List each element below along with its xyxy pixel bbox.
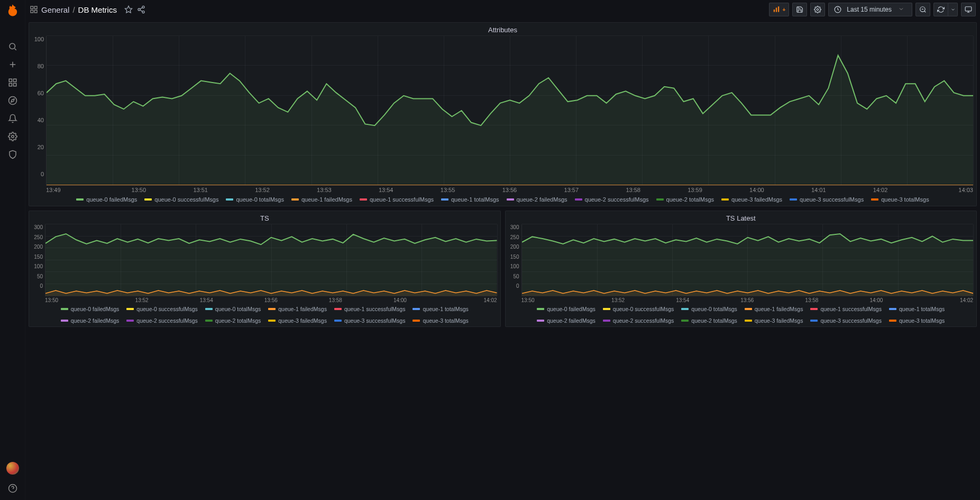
x-tick: 13:55	[417, 187, 479, 193]
breadcrumb-folder[interactable]: General	[41, 5, 69, 14]
legend-item[interactable]: queue-3 totalMsgs	[889, 317, 945, 324]
legend-label: queue-3 successfulMsgs	[820, 317, 882, 324]
alerting-icon[interactable]	[4, 110, 21, 127]
legend-item[interactable]: queue-2 totalMsgs	[205, 317, 261, 324]
legend-label: queue-0 successfulMsgs	[613, 306, 674, 312]
chart-plot[interactable]	[46, 36, 973, 186]
legend-item[interactable]: queue-2 successfulMsgs	[575, 196, 649, 203]
panel-ts[interactable]: TS 300250200150100500 13:5013:5213:5413:…	[29, 211, 501, 327]
legend-swatch	[656, 198, 664, 201]
y-tick: 100	[510, 263, 519, 269]
chart-plot[interactable]	[521, 224, 974, 296]
legend-swatch	[810, 308, 818, 310]
legend-item[interactable]: queue-3 successfulMsgs	[810, 317, 882, 324]
legend-swatch	[334, 308, 342, 310]
y-tick: 100	[34, 36, 44, 42]
legend-item[interactable]: queue-0 totalMsgs	[681, 306, 737, 312]
x-tick: 14:01	[787, 187, 849, 193]
legend-item[interactable]: queue-0 totalMsgs	[205, 306, 261, 312]
legend-item[interactable]: queue-0 failedMsgs	[76, 196, 137, 203]
legend-item[interactable]: queue-1 successfulMsgs	[334, 306, 406, 312]
legend-item[interactable]: queue-2 successfulMsgs	[126, 317, 198, 324]
legend-item[interactable]: queue-0 successfulMsgs	[144, 196, 218, 203]
legend-item[interactable]: queue-3 totalMsgs	[413, 317, 468, 324]
legend-label: queue-3 failedMsgs	[755, 317, 803, 324]
grafana-logo-icon[interactable]	[5, 3, 20, 18]
chart-legend: queue-0 failedMsgsqueue-0 successfulMsgs…	[506, 304, 977, 326]
y-tick: 60	[38, 90, 44, 96]
search-icon[interactable]	[4, 38, 21, 55]
time-range-label: Last 15 minutes	[847, 6, 892, 13]
legend-item[interactable]: queue-1 successfulMsgs	[810, 306, 882, 312]
x-tick: 13:51	[170, 187, 232, 193]
y-tick: 200	[510, 244, 519, 250]
refresh-interval-dropdown[interactable]	[948, 3, 958, 16]
legend-item[interactable]: queue-1 successfulMsgs	[360, 196, 434, 203]
legend-item[interactable]: queue-1 failedMsgs	[745, 306, 803, 312]
help-icon[interactable]	[4, 480, 21, 497]
svg-rect-10	[31, 10, 33, 13]
refresh-button[interactable]	[933, 3, 948, 16]
x-tick: 13:56	[239, 297, 303, 303]
breadcrumb-title[interactable]: DB Metrics	[78, 5, 117, 14]
legend-swatch	[441, 198, 448, 201]
legend-item[interactable]: queue-2 failedMsgs	[507, 196, 567, 203]
legend-label: queue-1 failedMsgs	[301, 196, 352, 203]
server-admin-icon[interactable]	[4, 146, 21, 163]
legend-item[interactable]: queue-2 totalMsgs	[681, 317, 737, 324]
user-avatar[interactable]	[6, 462, 19, 475]
x-axis: 13:4913:5013:5113:5213:5313:5413:5513:56…	[29, 186, 976, 194]
legend-label: queue-0 totalMsgs	[691, 306, 737, 312]
legend-label: queue-3 totalMsgs	[899, 317, 945, 324]
svg-point-6	[11, 135, 14, 138]
legend-item[interactable]: queue-3 totalMsgs	[871, 196, 929, 203]
configuration-icon[interactable]	[4, 128, 21, 145]
legend-swatch	[334, 320, 342, 322]
y-tick: 50	[37, 274, 43, 279]
legend-item[interactable]: queue-1 totalMsgs	[413, 306, 468, 312]
legend-item[interactable]: queue-3 failedMsgs	[745, 317, 803, 324]
explore-icon[interactable]	[4, 92, 21, 109]
y-tick: 300	[34, 224, 43, 230]
legend-item[interactable]: queue-1 totalMsgs	[441, 196, 499, 203]
legend-swatch	[226, 198, 233, 201]
svg-rect-4	[13, 84, 16, 86]
time-range-picker[interactable]: Last 15 minutes	[828, 3, 912, 16]
panel-ts-latest[interactable]: TS Latest 300250200150100500 13:5013:521…	[505, 211, 977, 327]
share-icon[interactable]	[137, 5, 145, 14]
legend-item[interactable]: queue-3 successfulMsgs	[334, 317, 406, 324]
legend-item[interactable]: queue-2 successfulMsgs	[603, 317, 674, 324]
legend-item[interactable]: queue-3 failedMsgs	[268, 317, 327, 324]
legend-item[interactable]: queue-2 failedMsgs	[61, 317, 120, 324]
legend-swatch	[126, 320, 134, 322]
legend-item[interactable]: queue-2 totalMsgs	[656, 196, 715, 203]
legend-item[interactable]: queue-1 totalMsgs	[889, 306, 945, 312]
x-tick: 13:58	[780, 297, 844, 303]
legend-item[interactable]: queue-3 failedMsgs	[721, 196, 782, 203]
legend-item[interactable]: queue-1 failedMsgs	[291, 196, 352, 203]
cycle-view-mode-button[interactable]	[961, 3, 976, 16]
chart-plot[interactable]	[45, 224, 497, 296]
legend-item[interactable]: queue-0 failedMsgs	[537, 306, 596, 312]
panel-attributes[interactable]: Attributes 100806040200 13:4913:5013:511…	[29, 22, 977, 206]
legend-item[interactable]: queue-0 successfulMsgs	[126, 306, 198, 312]
dashboard-settings-button[interactable]	[810, 3, 825, 16]
svg-rect-1	[9, 79, 12, 81]
legend-item[interactable]: queue-0 totalMsgs	[226, 196, 284, 203]
dashboards-icon[interactable]	[4, 74, 21, 91]
legend-swatch	[681, 308, 689, 310]
save-dashboard-button[interactable]	[792, 3, 807, 16]
add-panel-button[interactable]: +	[769, 3, 789, 16]
x-tick: 14:02	[909, 297, 973, 303]
create-icon[interactable]	[4, 56, 21, 73]
star-icon[interactable]	[124, 5, 133, 14]
legend-item[interactable]: queue-0 failedMsgs	[61, 306, 120, 312]
legend-item[interactable]: queue-2 failedMsgs	[537, 317, 596, 324]
legend-item[interactable]: queue-0 successfulMsgs	[603, 306, 674, 312]
legend-swatch	[889, 308, 896, 310]
y-axis: 300250200150100500	[29, 224, 45, 296]
legend-item[interactable]: queue-3 successfulMsgs	[790, 196, 864, 203]
svg-point-14	[138, 8, 140, 11]
zoom-out-button[interactable]	[915, 3, 930, 16]
legend-item[interactable]: queue-1 failedMsgs	[268, 306, 327, 312]
